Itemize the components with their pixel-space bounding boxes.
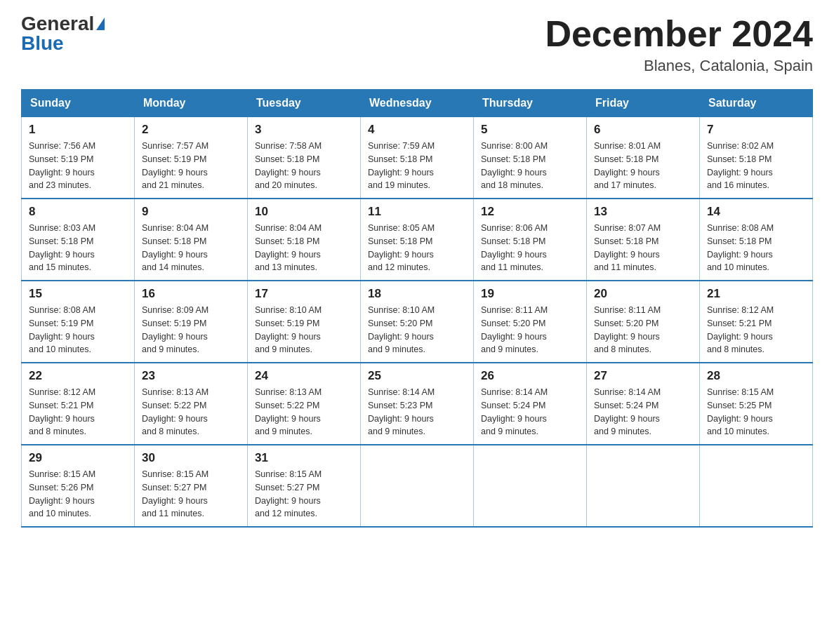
- table-row: 26 Sunrise: 8:14 AMSunset: 5:24 PMDaylig…: [474, 363, 587, 445]
- table-row: [361, 445, 474, 527]
- day-number: 22: [29, 369, 127, 383]
- location-title: Blanes, Catalonia, Spain: [545, 57, 813, 75]
- table-row: 29 Sunrise: 8:15 AMSunset: 5:26 PMDaylig…: [22, 445, 135, 527]
- table-row: 30 Sunrise: 8:15 AMSunset: 5:27 PMDaylig…: [135, 445, 248, 527]
- day-info: Sunrise: 8:04 AMSunset: 5:18 PMDaylight:…: [255, 222, 353, 274]
- table-row: 24 Sunrise: 8:13 AMSunset: 5:22 PMDaylig…: [248, 363, 361, 445]
- day-number: 24: [255, 369, 353, 383]
- col-wednesday: Wednesday: [361, 90, 474, 117]
- day-number: 16: [142, 287, 240, 301]
- day-info: Sunrise: 8:06 AMSunset: 5:18 PMDaylight:…: [481, 222, 579, 274]
- table-row: 9 Sunrise: 8:04 AMSunset: 5:18 PMDayligh…: [135, 199, 248, 281]
- day-number: 4: [368, 123, 466, 137]
- day-info: Sunrise: 7:57 AMSunset: 5:19 PMDaylight:…: [142, 140, 240, 192]
- table-row: 27 Sunrise: 8:14 AMSunset: 5:24 PMDaylig…: [587, 363, 700, 445]
- day-number: 19: [481, 287, 579, 301]
- day-number: 7: [707, 123, 805, 137]
- day-number: 27: [594, 369, 692, 383]
- day-info: Sunrise: 8:09 AMSunset: 5:19 PMDaylight:…: [142, 304, 240, 356]
- day-info: Sunrise: 8:08 AMSunset: 5:19 PMDaylight:…: [29, 304, 127, 356]
- day-number: 1: [29, 123, 127, 137]
- day-number: 25: [368, 369, 466, 383]
- day-info: Sunrise: 8:13 AMSunset: 5:22 PMDaylight:…: [255, 386, 353, 438]
- day-info: Sunrise: 8:03 AMSunset: 5:18 PMDaylight:…: [29, 222, 127, 274]
- day-info: Sunrise: 8:15 AMSunset: 5:27 PMDaylight:…: [142, 468, 240, 521]
- table-row: 13 Sunrise: 8:07 AMSunset: 5:18 PMDaylig…: [587, 199, 700, 281]
- day-number: 9: [142, 205, 240, 219]
- page-header: General Blue December 2024 Blanes, Catal…: [21, 14, 813, 75]
- table-row: 14 Sunrise: 8:08 AMSunset: 5:18 PMDaylig…: [700, 199, 813, 281]
- day-info: Sunrise: 8:15 AMSunset: 5:25 PMDaylight:…: [707, 386, 805, 438]
- calendar-week-row: 29 Sunrise: 8:15 AMSunset: 5:26 PMDaylig…: [22, 445, 813, 527]
- logo-general-text: General: [21, 14, 94, 34]
- table-row: [474, 445, 587, 527]
- table-row: 12 Sunrise: 8:06 AMSunset: 5:18 PMDaylig…: [474, 199, 587, 281]
- calendar-table: Sunday Monday Tuesday Wednesday Thursday…: [21, 89, 813, 528]
- day-number: 21: [707, 287, 805, 301]
- day-number: 31: [255, 451, 353, 465]
- day-info: Sunrise: 8:11 AMSunset: 5:20 PMDaylight:…: [594, 304, 692, 356]
- day-info: Sunrise: 8:12 AMSunset: 5:21 PMDaylight:…: [707, 304, 805, 356]
- table-row: 8 Sunrise: 8:03 AMSunset: 5:18 PMDayligh…: [22, 199, 135, 281]
- day-info: Sunrise: 8:15 AMSunset: 5:26 PMDaylight:…: [29, 468, 127, 521]
- table-row: [587, 445, 700, 527]
- day-number: 30: [142, 451, 240, 465]
- day-number: 5: [481, 123, 579, 137]
- table-row: 23 Sunrise: 8:13 AMSunset: 5:22 PMDaylig…: [135, 363, 248, 445]
- table-row: 5 Sunrise: 8:00 AMSunset: 5:18 PMDayligh…: [474, 117, 587, 199]
- day-info: Sunrise: 7:56 AMSunset: 5:19 PMDaylight:…: [29, 140, 127, 192]
- calendar-week-row: 1 Sunrise: 7:56 AMSunset: 5:19 PMDayligh…: [22, 117, 813, 199]
- day-info: Sunrise: 8:01 AMSunset: 5:18 PMDaylight:…: [594, 140, 692, 192]
- day-number: 13: [594, 205, 692, 219]
- day-info: Sunrise: 7:59 AMSunset: 5:18 PMDaylight:…: [368, 140, 466, 192]
- day-number: 29: [29, 451, 127, 465]
- table-row: 19 Sunrise: 8:11 AMSunset: 5:20 PMDaylig…: [474, 281, 587, 363]
- calendar-week-row: 22 Sunrise: 8:12 AMSunset: 5:21 PMDaylig…: [22, 363, 813, 445]
- table-row: 11 Sunrise: 8:05 AMSunset: 5:18 PMDaylig…: [361, 199, 474, 281]
- title-area: December 2024 Blanes, Catalonia, Spain: [545, 14, 813, 75]
- table-row: 4 Sunrise: 7:59 AMSunset: 5:18 PMDayligh…: [361, 117, 474, 199]
- table-row: 7 Sunrise: 8:02 AMSunset: 5:18 PMDayligh…: [700, 117, 813, 199]
- table-row: 22 Sunrise: 8:12 AMSunset: 5:21 PMDaylig…: [22, 363, 135, 445]
- day-info: Sunrise: 8:07 AMSunset: 5:18 PMDaylight:…: [594, 222, 692, 274]
- day-number: 28: [707, 369, 805, 383]
- day-number: 6: [594, 123, 692, 137]
- day-number: 15: [29, 287, 127, 301]
- day-number: 20: [594, 287, 692, 301]
- day-info: Sunrise: 8:10 AMSunset: 5:20 PMDaylight:…: [368, 304, 466, 356]
- day-number: 8: [29, 205, 127, 219]
- logo-triangle-icon: [96, 18, 105, 30]
- day-info: Sunrise: 8:12 AMSunset: 5:21 PMDaylight:…: [29, 386, 127, 438]
- day-number: 3: [255, 123, 353, 137]
- table-row: [700, 445, 813, 527]
- table-row: 17 Sunrise: 8:10 AMSunset: 5:19 PMDaylig…: [248, 281, 361, 363]
- table-row: 3 Sunrise: 7:58 AMSunset: 5:18 PMDayligh…: [248, 117, 361, 199]
- month-title: December 2024: [545, 14, 813, 54]
- day-number: 14: [707, 205, 805, 219]
- table-row: 16 Sunrise: 8:09 AMSunset: 5:19 PMDaylig…: [135, 281, 248, 363]
- day-info: Sunrise: 8:04 AMSunset: 5:18 PMDaylight:…: [142, 222, 240, 274]
- logo-blue-text: Blue: [21, 34, 64, 53]
- day-info: Sunrise: 8:11 AMSunset: 5:20 PMDaylight:…: [481, 304, 579, 356]
- day-number: 12: [481, 205, 579, 219]
- day-number: 10: [255, 205, 353, 219]
- day-info: Sunrise: 7:58 AMSunset: 5:18 PMDaylight:…: [255, 140, 353, 192]
- day-number: 23: [142, 369, 240, 383]
- table-row: 21 Sunrise: 8:12 AMSunset: 5:21 PMDaylig…: [700, 281, 813, 363]
- calendar-week-row: 15 Sunrise: 8:08 AMSunset: 5:19 PMDaylig…: [22, 281, 813, 363]
- col-sunday: Sunday: [22, 90, 135, 117]
- day-number: 18: [368, 287, 466, 301]
- table-row: 10 Sunrise: 8:04 AMSunset: 5:18 PMDaylig…: [248, 199, 361, 281]
- day-info: Sunrise: 8:14 AMSunset: 5:24 PMDaylight:…: [594, 386, 692, 438]
- table-row: 2 Sunrise: 7:57 AMSunset: 5:19 PMDayligh…: [135, 117, 248, 199]
- table-row: 18 Sunrise: 8:10 AMSunset: 5:20 PMDaylig…: [361, 281, 474, 363]
- table-row: 1 Sunrise: 7:56 AMSunset: 5:19 PMDayligh…: [22, 117, 135, 199]
- table-row: 28 Sunrise: 8:15 AMSunset: 5:25 PMDaylig…: [700, 363, 813, 445]
- calendar-header-row: Sunday Monday Tuesday Wednesday Thursday…: [22, 90, 813, 117]
- table-row: 6 Sunrise: 8:01 AMSunset: 5:18 PMDayligh…: [587, 117, 700, 199]
- day-number: 17: [255, 287, 353, 301]
- table-row: 15 Sunrise: 8:08 AMSunset: 5:19 PMDaylig…: [22, 281, 135, 363]
- day-number: 11: [368, 205, 466, 219]
- day-info: Sunrise: 8:02 AMSunset: 5:18 PMDaylight:…: [707, 140, 805, 192]
- day-info: Sunrise: 8:00 AMSunset: 5:18 PMDaylight:…: [481, 140, 579, 192]
